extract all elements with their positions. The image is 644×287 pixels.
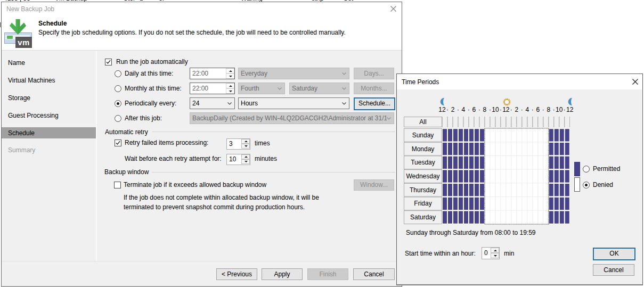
svg-text:Tuesday: Tuesday (411, 159, 435, 166)
svg-text:Wednesday: Wednesday (406, 173, 439, 180)
svg-text:All: All (419, 118, 426, 126)
svg-text:Sunday: Sunday (412, 132, 434, 139)
svg-text:Monday: Monday (412, 145, 435, 153)
svg-text:Saturday: Saturday (410, 214, 436, 221)
svg-text:Thursday: Thursday (410, 186, 436, 194)
svg-text:Friday: Friday (414, 200, 431, 207)
